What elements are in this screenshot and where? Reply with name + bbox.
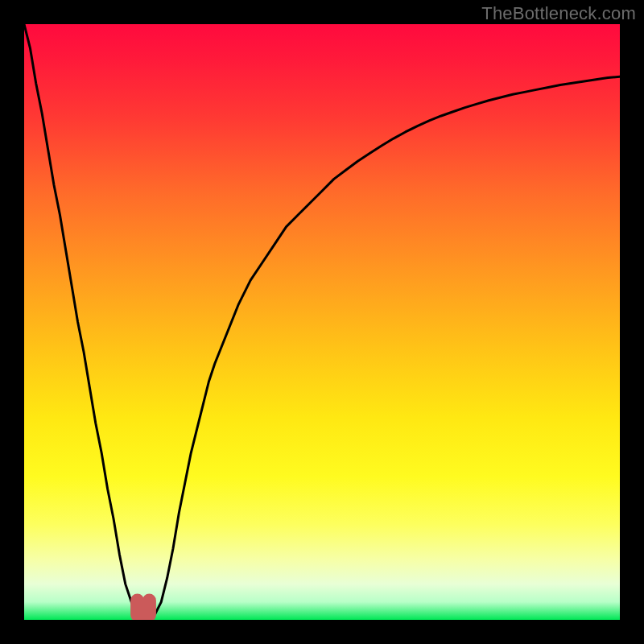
bottleneck-curve: [24, 24, 620, 620]
curve-path: [24, 24, 620, 620]
watermark-text: TheBottleneck.com: [481, 3, 636, 24]
chart-frame: TheBottleneck.com: [0, 0, 644, 644]
minimum-marker: [138, 601, 150, 615]
plot-area: [24, 24, 620, 620]
